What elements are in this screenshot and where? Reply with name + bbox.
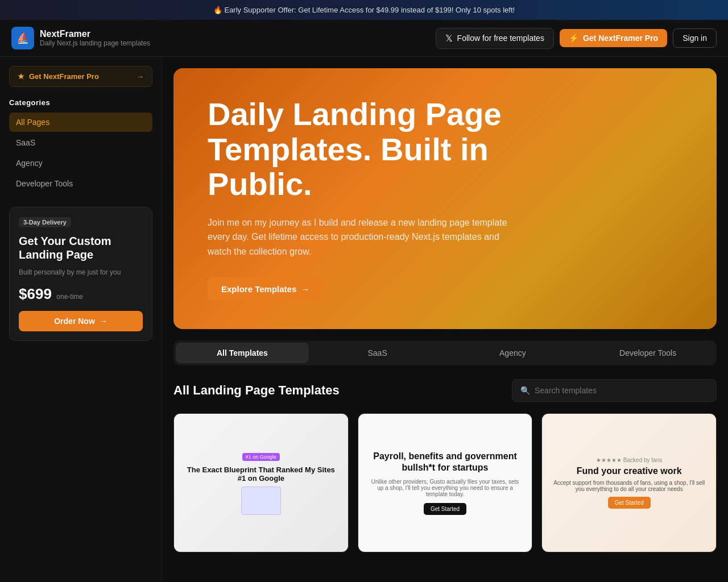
sidebar-item-agency[interactable]: Agency — [9, 153, 152, 173]
signin-label: Sign in — [682, 34, 707, 43]
sidebar-item-all-pages[interactable]: All Pages — [9, 113, 152, 132]
search-box — [512, 379, 717, 402]
promo-price-amount: $699 — [19, 285, 52, 302]
sidebar-item-developer-tools[interactable]: Developer Tools — [9, 174, 152, 193]
tabs-bar: All Templates SaaS Agency Developer Tool… — [173, 340, 717, 365]
pro-label: Get NextFramer Pro — [583, 34, 658, 43]
explore-label: Explore Templates — [221, 284, 296, 294]
tab-agency[interactable]: Agency — [446, 343, 580, 363]
sidebar-item-saas[interactable]: SaaS — [9, 133, 152, 152]
sidebar-pro-button[interactable]: Get NextFramer Pro — [9, 66, 152, 87]
template-card-nyda: #1 on Google The Exact Blueprint That Ra… — [173, 413, 349, 553]
order-label: Order Now — [54, 317, 95, 326]
tab-developer-tools[interactable]: Developer Tools — [581, 343, 714, 363]
template-card-payroll: Payroll, benefits and government bullsh*… — [358, 413, 533, 553]
order-arrow-icon — [100, 317, 107, 326]
twitter-icon — [445, 33, 453, 44]
promo-title: Get Your Custom Landing Page — [19, 234, 143, 261]
templates-section: All Templates SaaS Agency Developer Tool… — [162, 340, 728, 553]
template-info-creators: Creators Preview Get Code — [542, 552, 716, 552]
templates-header: All Landing Page Templates — [173, 379, 717, 402]
main-content: Daily Landing Page Templates. Built in P… — [162, 57, 728, 582]
hero-description: Join me on my journey as I build and rel… — [208, 215, 515, 259]
explore-templates-button[interactable]: Explore Templates — [208, 277, 323, 301]
arrow-icon — [136, 72, 144, 81]
template-info-payroll: Payroll Preview Get Code — [358, 552, 532, 552]
signin-button[interactable]: Sign in — [673, 28, 717, 48]
templates-title: All Landing Page Templates — [173, 383, 340, 398]
categories-label: Categories — [9, 98, 152, 107]
template-thumbnail-creators: ★★★★★ Backed by fans Fund your creative … — [542, 414, 716, 552]
tab-all-templates[interactable]: All Templates — [176, 343, 309, 363]
header-actions: Follow for free templates Get NextFramer… — [436, 28, 717, 49]
search-icon — [520, 385, 530, 396]
promo-badge: 3-Day Delivery — [19, 217, 71, 227]
follow-button[interactable]: Follow for free templates — [436, 28, 554, 49]
bolt-icon — [569, 34, 578, 43]
top-banner: 🔥 Early Supporter Offer: Get Lifetime Ac… — [0, 0, 728, 20]
header-logo: ⛵ NextFramer Daily Next.js landing page … — [11, 27, 150, 49]
search-input[interactable] — [535, 386, 708, 395]
templates-grid: #1 on Google The Exact Blueprint That Ra… — [173, 413, 717, 553]
brand-tagline: Daily Next.js landing page templates — [40, 39, 150, 47]
hero-section: Daily Landing Page Templates. Built in P… — [173, 68, 717, 329]
hero-title: Daily Landing Page Templates. Built in P… — [208, 97, 549, 202]
get-pro-header-button[interactable]: Get NextFramer Pro — [560, 29, 667, 47]
promo-price-label: one-time — [56, 293, 83, 301]
template-thumbnail-nyda: #1 on Google The Exact Blueprint That Ra… — [174, 414, 348, 552]
sidebar-pro-label: Get NextFramer Pro — [29, 72, 99, 81]
main-layout: Get NextFramer Pro Categories All Pages … — [0, 57, 728, 582]
star-icon — [18, 72, 24, 81]
template-card-creators: ★★★★★ Backed by fans Fund your creative … — [541, 413, 717, 553]
promo-description: Built personally by me just for you — [19, 267, 143, 277]
header-brand-text: NextFramer Daily Next.js landing page te… — [40, 29, 150, 47]
order-now-button[interactable]: Order Now — [19, 311, 143, 331]
sidebar: Get NextFramer Pro Categories All Pages … — [0, 57, 162, 582]
sidebar-nav: All Pages SaaS Agency Developer Tools — [9, 113, 152, 193]
promo-card: 3-Day Delivery Get Your Custom Landing P… — [9, 207, 152, 341]
logo-icon: ⛵ — [11, 27, 34, 49]
template-thumbnail-payroll: Payroll, benefits and government bullsh*… — [358, 414, 532, 552]
template-info-nyda: Nyda Landing Preview Get Code — [174, 552, 348, 552]
promo-price: $699 one-time — [19, 285, 143, 303]
explore-arrow-icon — [301, 284, 309, 294]
brand-name: NextFramer — [40, 29, 150, 39]
banner-text: 🔥 Early Supporter Offer: Get Lifetime Ac… — [213, 6, 515, 14]
header: ⛵ NextFramer Daily Next.js landing page … — [0, 20, 728, 57]
follow-label: Follow for free templates — [457, 34, 544, 43]
tab-saas[interactable]: SaaS — [311, 343, 444, 363]
